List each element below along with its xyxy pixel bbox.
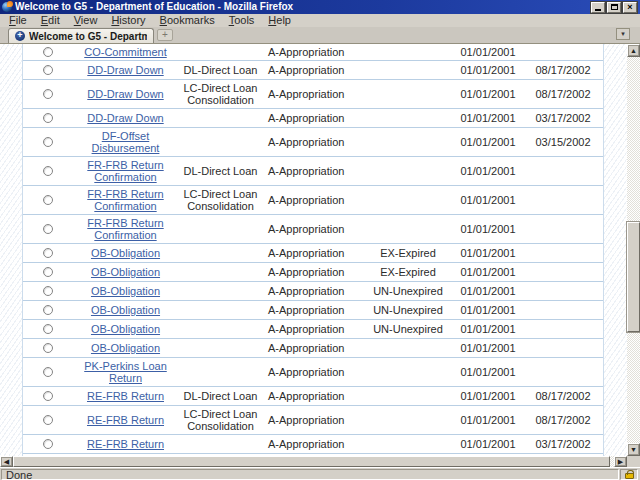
firefox-icon xyxy=(2,2,12,12)
table-row: FR-FRB Return Confirmation LC-Direct Loa… xyxy=(23,186,603,215)
restore-icon xyxy=(611,4,618,10)
close-button[interactable]: × xyxy=(623,2,637,13)
end-date-cell xyxy=(523,370,603,374)
security-panel xyxy=(620,469,638,480)
transaction-type-link[interactable]: OB-Obligation xyxy=(91,304,160,316)
menu-bookmarks[interactable]: Bookmarks xyxy=(153,14,222,27)
row-radio-button[interactable] xyxy=(43,305,53,315)
category-cell: A-Appropriation xyxy=(263,364,363,380)
table-row: OB-Obligation A-Appropriation 01/01/2001 xyxy=(23,339,603,358)
table-row: OB-Obligation A-Appropriation UN-Unexpir… xyxy=(23,282,603,301)
end-date-cell: 03/17/2002 xyxy=(523,110,603,126)
horizontal-scrollbar[interactable]: ◀ ▶ xyxy=(0,456,640,467)
horizontal-scrollbar-track[interactable] xyxy=(13,456,614,467)
row-radio-button[interactable] xyxy=(43,166,53,176)
transaction-type-link[interactable]: OB-Obligation xyxy=(91,247,160,259)
scroll-left-button[interactable]: ◀ xyxy=(0,456,13,467)
status-cell: UN-Unexpired xyxy=(363,321,453,337)
status-cell: EX-Expired xyxy=(363,245,453,261)
transaction-type-link[interactable]: OB-Obligation xyxy=(91,285,160,297)
status-cell: UN-Unexpired xyxy=(363,302,453,318)
transaction-type-link[interactable]: OB-Obligation xyxy=(91,266,160,278)
tab-active[interactable]: Welcome to G5 - Department of Edu... xyxy=(8,28,154,43)
transaction-type-link[interactable]: DD-Draw Down xyxy=(87,64,163,76)
begin-date-cell: 01/01/2001 xyxy=(453,283,523,299)
transaction-type-link[interactable]: OB-Obligation xyxy=(91,323,160,335)
transaction-type-link[interactable]: FR-FRB Return Confirmation xyxy=(87,217,163,241)
content-area: CO-Commitment A-Appropriation 01/01/2001… xyxy=(0,44,640,456)
category-cell: A-Appropriation xyxy=(263,436,363,452)
transaction-type-link[interactable]: PK-Perkins Loan Return xyxy=(84,360,167,384)
table-row: OB-Obligation A-Appropriation EX-Expired… xyxy=(23,263,603,282)
begin-date-cell: 01/01/2001 xyxy=(453,245,523,261)
close-icon: × xyxy=(627,3,632,11)
scroll-left-icon: ◀ xyxy=(4,458,9,466)
table-row: DD-Draw Down LC-Direct Loan Consolidatio… xyxy=(23,80,603,109)
row-radio-button[interactable] xyxy=(43,89,53,99)
transaction-type-link[interactable]: DD-Draw Down xyxy=(87,88,163,100)
minimize-icon xyxy=(595,9,601,11)
row-radio-button[interactable] xyxy=(43,415,53,425)
transaction-type-link[interactable]: DF-Offset Disbursement xyxy=(92,130,160,154)
vertical-scrollbar-thumb[interactable] xyxy=(627,222,640,332)
menu-bar: FileEditViewHistoryBookmarksToolsHelp xyxy=(0,14,640,27)
menu-tools[interactable]: Tools xyxy=(222,14,262,27)
transaction-type-link[interactable]: RE-FRB Return xyxy=(87,414,164,426)
row-radio-button[interactable] xyxy=(43,224,53,234)
loan-type-cell: LC-Direct Loan Consolidation xyxy=(178,80,263,108)
menu-file[interactable]: File xyxy=(2,14,34,27)
row-radio-button[interactable] xyxy=(43,113,53,123)
menu-view[interactable]: View xyxy=(67,14,105,27)
row-radio-button[interactable] xyxy=(43,343,53,353)
tab-strip: Welcome to G5 - Department of Edu... + ▾ xyxy=(0,27,640,44)
restore-button[interactable] xyxy=(607,2,621,13)
menu-history[interactable]: History xyxy=(104,14,152,27)
loan-type-cell: DL-Direct Loan xyxy=(178,163,263,179)
row-radio-button[interactable] xyxy=(43,367,53,377)
vertical-scrollbar[interactable]: ▲ ▼ xyxy=(627,44,640,456)
status-cell: UN-Unexpired xyxy=(363,283,453,299)
row-radio-button[interactable] xyxy=(43,286,53,296)
list-tabs-button[interactable]: ▾ xyxy=(616,28,630,40)
table-row: DD-Draw Down A-Appropriation 01/01/2001 … xyxy=(23,109,603,128)
new-tab-button[interactable]: + xyxy=(157,29,173,41)
row-radio-button[interactable] xyxy=(43,248,53,258)
transaction-type-link[interactable]: DD-Draw Down xyxy=(87,112,163,124)
menu-edit[interactable]: Edit xyxy=(34,14,67,27)
row-radio-button[interactable] xyxy=(43,267,53,277)
begin-date-cell: 01/01/2001 xyxy=(453,86,523,102)
row-radio-button[interactable] xyxy=(43,324,53,334)
menu-help[interactable]: Help xyxy=(261,14,298,27)
transaction-type-link[interactable]: CO-Commitment xyxy=(84,46,167,58)
row-radio-button[interactable] xyxy=(43,47,53,57)
transaction-type-link[interactable]: FR-FRB Return Confirmation xyxy=(87,188,163,212)
row-radio-button[interactable] xyxy=(43,391,53,401)
end-date-cell xyxy=(523,251,603,255)
transaction-type-link[interactable]: FR-FRB Return Confirmation xyxy=(87,159,163,183)
end-date-cell: 08/17/2002 xyxy=(523,62,603,78)
category-cell: A-Appropriation xyxy=(263,283,363,299)
category-cell: A-Appropriation xyxy=(263,245,363,261)
end-date-cell xyxy=(523,346,603,350)
table-row: DF-Offset Disbursement A-Appropriation 0… xyxy=(23,128,603,157)
row-radio-button[interactable] xyxy=(43,195,53,205)
row-radio-button[interactable] xyxy=(43,65,53,75)
status-cell xyxy=(363,227,453,231)
end-date-cell xyxy=(523,169,603,173)
row-radio-button[interactable] xyxy=(43,439,53,449)
begin-date-cell: 01/01/2001 xyxy=(453,412,523,428)
horizontal-scrollbar-thumb[interactable] xyxy=(13,456,610,467)
row-radio-button[interactable] xyxy=(43,137,53,147)
minimize-button[interactable] xyxy=(591,2,605,13)
transaction-type-link[interactable]: OB-Obligation xyxy=(91,342,160,354)
status-cell xyxy=(363,169,453,173)
transaction-type-link[interactable]: RE-FRB Return xyxy=(87,390,164,402)
category-cell: A-Appropriation xyxy=(263,44,363,60)
status-text: Done xyxy=(1,469,619,480)
category-cell: A-Appropriation xyxy=(263,264,363,280)
scroll-up-button[interactable]: ▲ xyxy=(627,44,640,57)
transaction-type-link[interactable]: RE-FRB Return xyxy=(87,438,164,450)
begin-date-cell: 01/01/2001 xyxy=(453,321,523,337)
scroll-down-button[interactable]: ▼ xyxy=(627,443,640,456)
scroll-right-button[interactable]: ▶ xyxy=(614,456,627,467)
